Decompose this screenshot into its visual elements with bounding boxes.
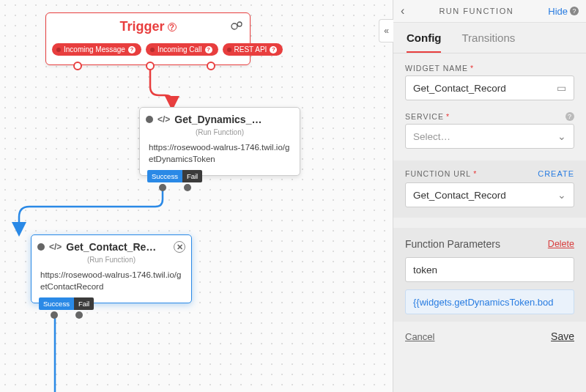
trigger-pill-rest[interactable]: REST API? <box>223 43 283 56</box>
param-value-input[interactable]: {{widgets.getDynamicsToken.bod <box>405 289 574 314</box>
panel-title: RUN FUNCTION <box>404 7 548 15</box>
widget-title: Get_Contact_Re… <box>66 241 156 253</box>
outcome-success[interactable]: Success <box>147 170 182 182</box>
svg-point-1 <box>237 22 242 26</box>
widget-title: Get_Dynamics_… <box>174 114 262 125</box>
function-parameters-label: Function Parameters <box>405 238 500 250</box>
function-url-select[interactable]: Get_Contact_Record ⌄ <box>405 182 574 207</box>
code-icon: </> <box>49 242 62 252</box>
service-label: SERVICE*? <box>405 112 574 121</box>
trigger-node[interactable]: Trigger ? Incoming Message? Incoming Cal… <box>45 12 251 65</box>
help-icon: ? <box>168 23 177 32</box>
outcome-success[interactable]: Success <box>39 297 74 310</box>
input-port-icon <box>146 116 153 123</box>
tab-transitions[interactable]: Transitions <box>461 32 515 53</box>
chevron-down-icon: ⌄ <box>557 130 566 142</box>
trigger-pill-call[interactable]: Incoming Call? <box>146 43 218 56</box>
inspector-panel: « ‹ RUN FUNCTION Hide? Config Transition… <box>393 0 586 392</box>
widget-get-dynamics[interactable]: </> Get_Dynamics_… (Run Function) https:… <box>139 107 300 176</box>
port-success[interactable] <box>51 311 58 319</box>
code-icon: </> <box>157 114 170 125</box>
trigger-port-call[interactable] <box>146 62 155 70</box>
trigger-port-message[interactable] <box>73 62 82 70</box>
help-icon[interactable]: ? <box>565 112 574 121</box>
outcome-fail[interactable]: Fail <box>182 170 202 182</box>
id-card-icon: ▭ <box>557 82 566 94</box>
widget-name-label: WIDGET NAME* <box>405 64 574 73</box>
port-fail[interactable] <box>184 184 191 191</box>
port-success[interactable] <box>159 184 166 191</box>
function-url-label: FUNCTION URL*CREATE <box>405 169 574 178</box>
widget-get-contact[interactable]: </> Get_Contact_Re… ✕ (Run Function) htt… <box>31 234 192 303</box>
collapse-panel-button[interactable]: « <box>379 19 393 42</box>
svg-point-0 <box>231 23 237 29</box>
tab-config[interactable]: Config <box>407 32 441 53</box>
cancel-button[interactable]: Cancel <box>405 331 434 342</box>
widget-type: (Run Function) <box>31 254 191 270</box>
close-icon[interactable]: ✕ <box>174 241 185 253</box>
panel-header: ‹ RUN FUNCTION Hide? <box>393 0 586 23</box>
port-fail[interactable] <box>75 311 83 319</box>
trigger-port-rest[interactable] <box>207 62 215 70</box>
widget-name-input[interactable]: Get_Contact_Record ▭ <box>405 75 574 100</box>
gear-icon[interactable] <box>231 19 244 34</box>
flow-canvas[interactable]: Trigger ? Incoming Message? Incoming Cal… <box>0 0 393 392</box>
trigger-pill-message[interactable]: Incoming Message? <box>52 43 141 56</box>
trigger-title: Trigger <box>119 19 164 34</box>
create-link[interactable]: CREATE <box>538 169 574 178</box>
panel-tabs: Config Transitions <box>393 23 586 53</box>
chevron-down-icon: ⌄ <box>557 189 566 201</box>
outcome-fail[interactable]: Fail <box>74 297 94 310</box>
save-button[interactable]: Save <box>551 330 574 342</box>
help-icon: ? <box>570 7 579 15</box>
widget-type: (Run Function) <box>140 127 300 142</box>
hide-button[interactable]: Hide? <box>548 6 579 17</box>
panel-footer: Cancel Save <box>393 322 586 351</box>
delete-param-link[interactable]: Delete <box>548 239 574 249</box>
input-port-icon <box>37 243 45 251</box>
param-key-input[interactable]: token <box>405 257 574 282</box>
service-select[interactable]: Select… ⌄ <box>405 124 574 149</box>
